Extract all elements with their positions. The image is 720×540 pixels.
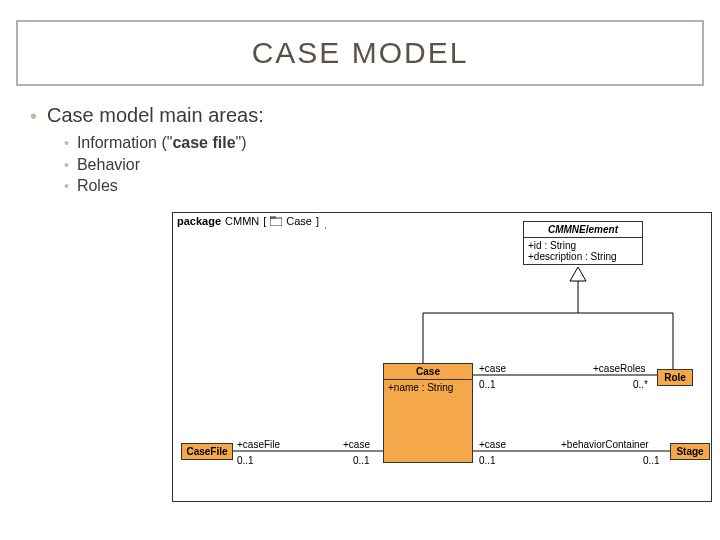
attr: +description : String bbox=[528, 251, 638, 262]
class-case: Case +name : String bbox=[383, 363, 473, 463]
assoc-end: +caseRoles bbox=[593, 363, 646, 374]
svg-rect-1 bbox=[270, 216, 275, 218]
package-tab: package CMMN [ Case ] bbox=[172, 212, 326, 229]
class-casefile: CaseFile bbox=[181, 443, 233, 460]
package-name: CMMN bbox=[225, 215, 259, 227]
sub-bullet-text: Information ("case file") bbox=[77, 134, 247, 152]
sub-bullet-information: • Information ("case file") bbox=[64, 134, 690, 154]
sub-bullet-text: Behavior bbox=[77, 156, 140, 174]
package-bracket: [ bbox=[263, 215, 266, 227]
bullet-icon: • bbox=[64, 177, 69, 197]
class-name: Role bbox=[658, 370, 692, 385]
assoc-end: +behaviorContainer bbox=[561, 439, 649, 450]
main-bullet: • Case model main areas: bbox=[30, 104, 690, 128]
assoc-mult: 0..1 bbox=[479, 379, 496, 390]
assoc-end: +case bbox=[479, 363, 506, 374]
class-name: Case bbox=[384, 364, 472, 379]
package-icon bbox=[270, 216, 282, 226]
assoc-end: +case bbox=[479, 439, 506, 450]
assoc-mult: 0..1 bbox=[237, 455, 254, 466]
svg-rect-0 bbox=[270, 218, 282, 226]
class-name: CaseFile bbox=[182, 444, 232, 459]
class-role: Role bbox=[657, 369, 693, 386]
uml-diagram: package CMMN [ Case ] CMMNElement +id : … bbox=[172, 212, 712, 502]
class-name: Stage bbox=[671, 444, 709, 459]
class-cmmn-element: CMMNElement +id : String +description : … bbox=[523, 221, 643, 265]
main-bullet-text: Case model main areas: bbox=[47, 104, 264, 127]
attr: +name : String bbox=[388, 382, 468, 393]
class-name: CMMNElement bbox=[524, 222, 642, 237]
package-keyword: package bbox=[177, 215, 221, 227]
sub-bullet-text: Roles bbox=[77, 177, 118, 195]
info-bold: case file bbox=[172, 134, 235, 151]
bullet-icon: • bbox=[64, 156, 69, 176]
info-post: ") bbox=[236, 134, 247, 151]
package-view: Case bbox=[286, 215, 312, 227]
class-attrs: +id : String +description : String bbox=[524, 237, 642, 264]
bullet-icon: • bbox=[64, 134, 69, 154]
assoc-mult: 0..1 bbox=[353, 455, 370, 466]
assoc-mult: 0..1 bbox=[643, 455, 660, 466]
class-attrs: +name : String bbox=[384, 379, 472, 395]
assoc-mult: 0..1 bbox=[479, 455, 496, 466]
class-stage: Stage bbox=[670, 443, 710, 460]
assoc-end: +case bbox=[343, 439, 370, 450]
package-bracket: ] bbox=[316, 215, 319, 227]
info-pre: Information (" bbox=[77, 134, 173, 151]
assoc-mult: 0..* bbox=[633, 379, 648, 390]
slide-title: CASE MODEL bbox=[18, 36, 702, 70]
slide-title-box: CASE MODEL bbox=[16, 20, 704, 86]
attr: +id : String bbox=[528, 240, 638, 251]
sub-bullet-list: • Information ("case file") • Behavior •… bbox=[64, 134, 690, 197]
assoc-end: +caseFile bbox=[237, 439, 280, 450]
svg-marker-2 bbox=[570, 267, 586, 281]
sub-bullet-roles: • Roles bbox=[64, 177, 690, 197]
sub-bullet-behavior: • Behavior bbox=[64, 156, 690, 176]
content-area: • Case model main areas: • Information (… bbox=[0, 86, 720, 197]
bullet-icon: • bbox=[30, 104, 37, 128]
